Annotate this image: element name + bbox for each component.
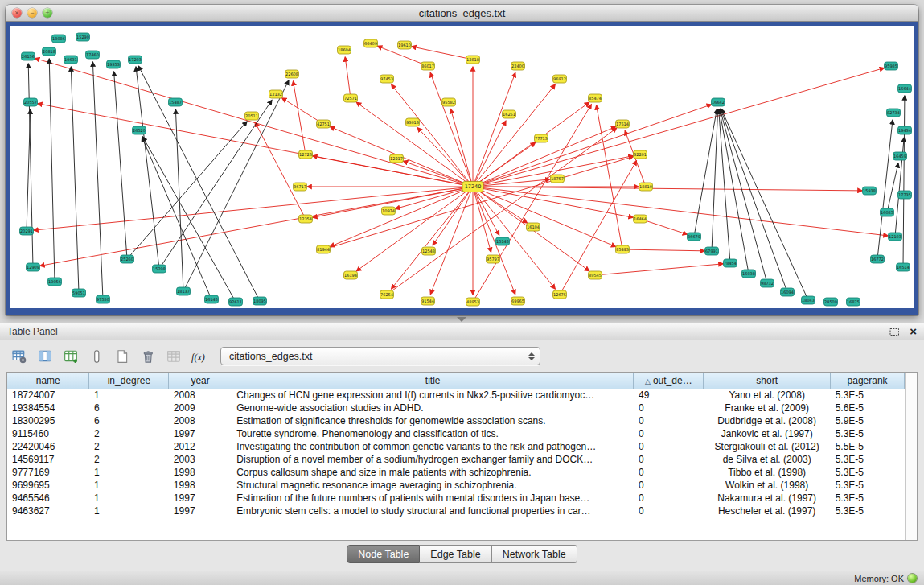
graph-node[interactable]: 97550 xyxy=(97,295,110,303)
graph-node[interactable]: 91544 xyxy=(421,297,435,305)
graph-node[interactable]: 12675 xyxy=(553,290,567,299)
graph-node[interactable]: 86017 xyxy=(421,62,435,70)
graph-node[interactable]: 95985 xyxy=(885,62,898,70)
graph-node[interactable]: 20557 xyxy=(24,98,38,106)
new-table-button[interactable] xyxy=(111,346,133,366)
graph-node[interactable]: 19353 xyxy=(107,60,121,68)
graph-node[interactable]: 66409 xyxy=(364,39,378,47)
graph-node[interactable]: 95493 xyxy=(616,245,630,253)
table-row[interactable]: 1872400712008Changes of HCN gene express… xyxy=(7,389,905,402)
graph-node[interactable]: 16251 xyxy=(503,110,516,118)
table-vertical-scrollbar[interactable] xyxy=(905,373,917,540)
graph-node[interactable]: 16514 xyxy=(897,263,910,271)
graph-node[interactable]: 16194 xyxy=(344,271,358,279)
graph-node[interactable]: 95797 xyxy=(487,255,500,263)
graph-node[interactable]: 12217 xyxy=(390,154,404,163)
graph-node[interactable]: 15290 xyxy=(76,33,90,41)
graph-node[interactable]: 12909 xyxy=(27,263,40,271)
graph-node[interactable]: 17460 xyxy=(86,51,100,59)
graph-node[interactable]: 76254 xyxy=(380,290,394,299)
table-row[interactable]: 2242004622012Investigating the contribut… xyxy=(7,440,905,453)
graph-node[interactable]: 82734 xyxy=(887,109,901,117)
tab-network-table[interactable]: Network Table xyxy=(492,545,577,563)
graph-node[interactable]: 16085 xyxy=(881,208,894,216)
graph-node[interactable]: 59051 xyxy=(72,289,86,297)
graph-node[interactable]: 22608 xyxy=(285,70,299,78)
graph-node[interactable]: 15938 xyxy=(863,187,877,195)
graph-node[interactable]: 81944 xyxy=(317,245,331,253)
graph-node[interactable]: 16875 xyxy=(847,298,860,306)
rename-table-button[interactable] xyxy=(162,346,184,366)
graph-node[interactable]: 89545 xyxy=(589,271,602,279)
graph-node[interactable]: 12818 xyxy=(466,56,480,64)
graph-node[interactable]: 10974 xyxy=(382,207,396,215)
row-height-button[interactable] xyxy=(85,346,107,366)
graph-node[interactable]: 17240 xyxy=(462,182,483,192)
tab-edge-table[interactable]: Edge Table xyxy=(420,545,491,563)
graph-node[interactable]: 93013 xyxy=(406,118,420,126)
graph-node[interactable]: 18757 xyxy=(551,175,565,183)
float-panel-icon[interactable] xyxy=(889,328,900,336)
panel-splitter[interactable] xyxy=(0,315,924,323)
graph-node[interactable]: 12132 xyxy=(269,90,283,98)
graph-node[interactable]: 19610 xyxy=(398,41,412,49)
graph-node[interactable]: 92611 xyxy=(229,298,243,306)
graph-node[interactable]: 22400 xyxy=(511,62,525,70)
graph-node[interactable]: 16642 xyxy=(712,98,725,106)
graph-node[interactable]: 16104 xyxy=(527,223,540,231)
graph-node[interactable]: 15487 xyxy=(169,98,183,106)
graph-node[interactable]: 12726 xyxy=(299,150,313,159)
graph-node[interactable]: 18137 xyxy=(177,287,191,295)
graph-node[interactable]: 77713 xyxy=(535,134,548,142)
graph-node[interactable]: 32201 xyxy=(634,150,647,159)
table-row[interactable]: 1830029562008Estimation of significance … xyxy=(7,414,905,427)
graph-node[interactable]: 85474 xyxy=(589,94,602,102)
graph-node[interactable]: 12103 xyxy=(889,233,902,241)
column-header-out_de[interactable]: △out_de… xyxy=(634,373,704,389)
graph-node[interactable]: 18043 xyxy=(802,296,815,304)
graph-node[interactable]: 19631 xyxy=(64,56,78,64)
table-mode-button[interactable] xyxy=(8,346,30,366)
graph-node[interactable]: 18095 xyxy=(253,297,267,305)
graph-node[interactable]: 16644 xyxy=(898,84,912,93)
graph-node[interactable]: 86679 xyxy=(688,233,701,241)
graph-node[interactable]: 16464 xyxy=(634,215,647,223)
network-canvas-svg[interactable]: 1724018810164649549389545126756996548953… xyxy=(10,26,914,308)
table-row[interactable]: 1456911722003Disruption of a novel membe… xyxy=(7,453,905,466)
column-header-title[interactable]: title xyxy=(232,373,634,389)
minimize-window-button[interactable]: − xyxy=(27,8,37,18)
graph-node[interactable]: 15298 xyxy=(153,265,166,273)
graph-node[interactable]: 17203 xyxy=(129,56,142,64)
graph-node[interactable]: 24509 xyxy=(824,298,838,306)
import-table-button[interactable] xyxy=(60,346,81,366)
graph-node[interactable]: 72571 xyxy=(344,94,358,102)
graph-node[interactable]: 48953 xyxy=(466,298,480,306)
graph-node[interactable]: 20818 xyxy=(43,47,56,56)
graph-node[interactable]: 42751 xyxy=(317,120,331,128)
graph-node[interactable]: 18810 xyxy=(639,183,653,191)
column-header-in_degree[interactable]: in_degree xyxy=(89,373,169,389)
graph-node[interactable]: 15145 xyxy=(496,237,510,245)
graph-node[interactable]: 96912 xyxy=(553,75,567,83)
graph-node[interactable]: 18604 xyxy=(338,46,351,54)
graph-node[interactable]: 19434 xyxy=(898,126,912,134)
graph-node[interactable]: 98732 xyxy=(761,279,774,287)
table-row[interactable]: 946554611997Estimation of the future num… xyxy=(7,492,905,505)
graph-node[interactable]: 78454 xyxy=(724,259,737,267)
show-columns-button[interactable] xyxy=(34,346,55,366)
column-header-year[interactable]: year xyxy=(169,373,232,389)
graph-node[interactable]: 16459 xyxy=(893,152,907,160)
zoom-window-button[interactable]: + xyxy=(43,8,52,18)
delete-table-button[interactable] xyxy=(137,346,158,366)
graph-node[interactable]: 19056 xyxy=(48,278,62,286)
graph-node[interactable]: 16094 xyxy=(781,288,795,296)
graph-node[interactable]: 17735 xyxy=(898,191,912,199)
table-row[interactable]: 1938455462009Genome-wide association stu… xyxy=(7,402,905,414)
graph-node[interactable]: 25260 xyxy=(121,255,134,263)
graph-node[interactable]: 26520 xyxy=(133,126,146,134)
graph-node[interactable]: 12354 xyxy=(299,215,313,223)
column-header-name[interactable]: name xyxy=(7,373,89,389)
graph-node[interactable]: 12548 xyxy=(422,247,436,255)
table-row[interactable]: 946362711997Embryonic stem cells: a mode… xyxy=(7,505,905,517)
table-row[interactable]: 911546021997Tourette syndrome. Phenomeno… xyxy=(7,427,905,440)
